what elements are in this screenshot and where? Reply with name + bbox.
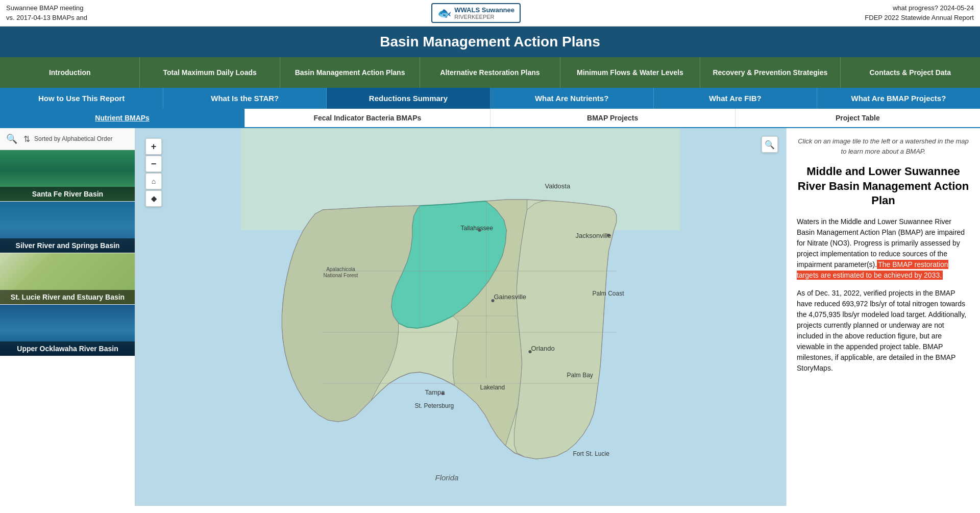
main-title: Basin Management Action Plans	[0, 27, 980, 57]
nav3-fib-bmaps[interactable]: Fecal Indicator Bacteria BMAPs	[245, 109, 490, 127]
svg-text:Tallahassee: Tallahassee	[461, 225, 494, 232]
svg-text:Fort St. Lucie: Fort St. Lucie	[573, 450, 610, 457]
svg-text:Lakeland: Lakeland	[480, 384, 505, 391]
nav3-nutrient-bmaps[interactable]: Nutrient BMAPs	[0, 109, 245, 127]
nav2-bmap-projects[interactable]: What Are BMAP Projects?	[817, 88, 980, 109]
zoom-in-button[interactable]: +	[145, 138, 162, 155]
basin-thumb-st-lucie: St. Lucie River and Estuary Basin	[0, 253, 135, 304]
compass-button[interactable]: ◆	[145, 190, 162, 207]
zoom-out-button[interactable]: −	[145, 156, 162, 172]
florida-map-svg: Valdosta Tallahassee Jacksonville Apalac…	[135, 128, 786, 506]
nav1-min-flows[interactable]: Minimum Flows & Water Levels	[560, 57, 700, 88]
nav-bar-3: Nutrient BMAPs Fecal Indicator Bacteria …	[0, 109, 980, 128]
svg-point-21	[442, 392, 445, 395]
nav2-reductions[interactable]: Reductions Summary	[327, 88, 490, 109]
svg-text:Orlando: Orlando	[531, 345, 555, 352]
top-bar-logo: 🐟 WWALS Suwannee RIVERKEEPER	[431, 3, 521, 23]
svg-point-16	[492, 299, 495, 302]
basin-label-upper-ock: Upper Ocklawaha River Basin	[0, 341, 135, 356]
basin-label-santa-fe: Santa Fe River Basin	[0, 187, 135, 201]
basin-label-silver: Silver River and Springs Basin	[0, 238, 135, 253]
nav1-contacts[interactable]: Contacts & Project Data	[841, 57, 980, 88]
svg-point-12	[607, 234, 610, 237]
map-container[interactable]: + − ⌂ ◆ 🔍	[135, 128, 786, 506]
nav2-nutrients[interactable]: What Are Nutrients?	[491, 88, 654, 109]
sidebar-header: 🔍 ⇅ Sorted by Alphabetical Order	[0, 128, 135, 150]
nav-bar-1: Introduction Total Maximum Daily Loads B…	[0, 57, 980, 88]
svg-text:Palm Bay: Palm Bay	[567, 372, 593, 379]
nav-bar-2: How to Use This Report What Is the STAR?…	[0, 88, 980, 109]
nav3-bmap-projects[interactable]: BMAP Projects	[491, 109, 736, 127]
logo-name: WWALS Suwannee	[454, 6, 514, 14]
svg-text:Gainesville: Gainesville	[494, 293, 527, 301]
top-bar: Suwannee BMAP meeting vs. 2017-04-13 BMA…	[0, 0, 980, 27]
basin-thumb-silver: Silver River and Springs Basin	[0, 202, 135, 253]
svg-text:National Forest: National Forest	[324, 273, 358, 278]
svg-text:Palm Coast: Palm Coast	[593, 290, 625, 297]
sort-label: Sorted by Alphabetical Order	[34, 135, 112, 142]
hint-text: Click on an image tile to the left or a …	[797, 136, 970, 156]
svg-text:Jacksonville: Jacksonville	[576, 232, 611, 239]
svg-text:Florida: Florida	[435, 473, 459, 482]
top-bar-right: what progress? 2024-05-24 FDEP 2022 Stat…	[865, 4, 974, 22]
nav1-bmap[interactable]: Basin Management Action Plans	[280, 57, 420, 88]
bmap-para1: Waters in the Middle and Lower Suwannee …	[797, 216, 970, 281]
nav2-star[interactable]: What Is the STAR?	[163, 88, 327, 109]
nav3-project-table[interactable]: Project Table	[736, 109, 980, 127]
svg-text:Apalachicola: Apalachicola	[326, 266, 355, 272]
nav2-how-to-use[interactable]: How to Use This Report	[0, 88, 163, 109]
basin-item-silver[interactable]: Silver River and Springs Basin	[0, 202, 135, 253]
svg-text:Valdosta: Valdosta	[545, 182, 571, 190]
svg-point-10	[478, 229, 481, 232]
basin-item-santa-fe[interactable]: Santa Fe River Basin	[0, 150, 135, 202]
main-content: 🔍 ⇅ Sorted by Alphabetical Order Santa F…	[0, 128, 980, 506]
basin-thumb-santa-fe: Santa Fe River Basin	[0, 150, 135, 201]
top-bar-left: Suwannee BMAP meeting vs. 2017-04-13 BMA…	[6, 4, 87, 22]
map-controls: + − ⌂ ◆	[145, 138, 162, 207]
logo-subtitle: RIVERKEEPER	[454, 14, 514, 20]
sort-icon: ⇅	[23, 134, 30, 144]
nav1-tmdl[interactable]: Total Maximum Daily Loads	[140, 57, 280, 88]
sidebar: 🔍 ⇅ Sorted by Alphabetical Order Santa F…	[0, 128, 135, 506]
right-panel: Click on an image tile to the left or a …	[786, 128, 980, 506]
fish-icon: 🐟	[437, 7, 451, 20]
home-button[interactable]: ⌂	[145, 173, 162, 189]
basin-thumb-upper-ock: Upper Ocklawaha River Basin	[0, 305, 135, 356]
basin-item-st-lucie[interactable]: St. Lucie River and Estuary Basin	[0, 253, 135, 305]
bmap-title: Middle and Lower Suwannee River Basin Ma…	[797, 164, 970, 208]
search-icon[interactable]: 🔍	[6, 133, 17, 144]
basin-label-st-lucie: St. Lucie River and Estuary Basin	[0, 290, 135, 304]
bmap-para2: As of Dec. 31, 2022, verified projects i…	[797, 288, 970, 374]
svg-point-19	[529, 350, 532, 353]
nav2-fib[interactable]: What Are FIB?	[654, 88, 817, 109]
nav1-recovery[interactable]: Recovery & Prevention Strategies	[700, 57, 840, 88]
svg-text:St. Petersburg: St. Petersburg	[415, 402, 454, 409]
basin-item-upper-ock[interactable]: Upper Ocklawaha River Basin	[0, 305, 135, 356]
nav1-alt-restoration[interactable]: Alternative Restoration Plans	[420, 57, 560, 88]
nav1-introduction[interactable]: Introduction	[0, 57, 140, 88]
